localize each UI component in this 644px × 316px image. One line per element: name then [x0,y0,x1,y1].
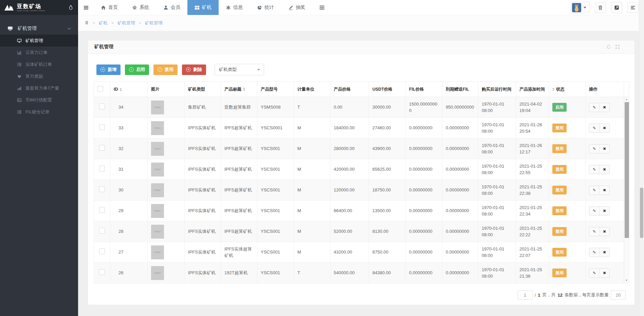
row-checkbox[interactable] [99,104,105,109]
cell-runtime: 1970-01-01 08:00 [478,221,516,242]
edit-button[interactable]: ✎ [589,207,599,215]
product-image-placeholder: 暂无图片 [151,100,164,114]
row-checkbox[interactable] [99,124,105,130]
col-header-status[interactable]: 状态 [549,82,586,97]
sort-icon[interactable] [120,88,122,91]
sort-icon[interactable] [243,88,245,91]
nav-item-messages[interactable]: 信息 [219,0,250,15]
row-delete-button[interactable]: ✖ [599,207,609,215]
table-scrollbar-thumb[interactable] [625,102,629,238]
top-navigation: 首页 系统 会员 矿机 信息 统计 抽奖 [94,0,332,15]
nav-item-members[interactable]: 会员 [156,0,187,15]
cell-image: 暂无图片 [148,118,185,138]
cell-status: 禁用 [549,180,586,201]
edit-button[interactable]: ✎ [589,103,599,112]
add-button[interactable]: + 新增 [96,64,121,75]
nav-item-apps[interactable] [312,0,332,15]
nav-item-system[interactable]: 系统 [125,0,156,15]
breadcrumb-current[interactable]: 矿机管理 [145,20,163,26]
row-delete-button[interactable]: ✖ [599,165,609,174]
delete-button-label: 删除 [193,67,202,73]
open-frontend-button[interactable] [611,2,622,13]
cell-price: 43200.00 [330,242,369,263]
nav-item-miners[interactable]: 矿机 [187,0,219,15]
sidebar-item-latest-hashrate-output[interactable]: 最新算力单T产量 [0,82,78,94]
status-badge: 禁用 [552,165,567,174]
edit-button[interactable]: ✎ [589,165,599,174]
cell-unit: T [294,97,330,118]
col-header-product-title[interactable]: 产品标题 [221,82,257,97]
row-delete-button[interactable]: ✖ [599,186,609,194]
col-header-id[interactable]: ID [110,82,148,97]
sidebar-item-fil-lock-records[interactable]: FIL锁仓记录 [0,106,78,118]
row-checkbox[interactable] [99,166,105,171]
image-placeholder-text: 暂无图片 [154,147,161,150]
sidebar-item-cloud-hashrate-orders[interactable]: 云算力订单 [0,47,78,58]
edit-button[interactable]: ✎ [589,145,599,153]
breadcrumb-separator: > [93,21,95,25]
row-checkbox[interactable] [99,248,105,254]
status-badge: 禁用 [552,248,567,257]
cell-id: 32 [110,138,148,159]
row-delete-button[interactable]: ✖ [599,248,609,257]
sort-icon[interactable] [552,88,554,91]
fullscreen-icon[interactable] [615,44,620,49]
row-checkbox[interactable] [99,145,105,151]
row-checkbox[interactable] [99,269,105,275]
page-scrollbar-thumb[interactable] [640,188,643,238]
row-checkbox[interactable] [99,228,105,234]
edit-button[interactable]: ✎ [589,124,599,132]
cell-status: 禁用 [549,138,586,159]
clear-cache-button[interactable] [595,2,606,13]
cell-checkbox [94,97,110,118]
image-placeholder-text: 暂无图片 [154,127,161,129]
row-delete-button[interactable]: ✖ [599,103,609,112]
breadcrumb-link-miner-management[interactable]: 矿机管理 [117,20,135,26]
page-scrollbar[interactable] [639,0,644,316]
pie-chart-icon [257,5,262,10]
enable-button[interactable]: ✓ 启用 [125,64,149,75]
pencil-icon: ✎ [593,125,596,131]
breadcrumb-link-miners[interactable]: 矿机 [99,20,108,26]
row-delete-button[interactable]: ✖ [599,227,609,236]
sidebar-item-coin-market-config[interactable]: 币种行情配置 [0,94,78,106]
list-icon [17,62,22,67]
disable-button[interactable]: ∕ 禁用 [153,64,178,75]
sidebar-group-mining[interactable]: 矿机管理 [0,22,78,35]
user-menu-button[interactable] [571,2,590,13]
chevron-down-icon [67,26,72,31]
edit-button[interactable]: ✎ [589,227,599,236]
cell-unit: T [294,263,330,283]
log-panel-button[interactable] [627,2,639,13]
row-delete-button[interactable]: ✖ [599,269,609,277]
nav-item-lottery[interactable]: 抽奖 [281,0,312,15]
sidebar-item-hashrate-rewards[interactable]: 算力奖励 [0,70,78,82]
miner-type-select-value: 矿机类型 [219,67,237,73]
page-size-input[interactable] [611,290,626,300]
sidebar-item-miner-management[interactable]: 矿机管理 [0,35,78,47]
row-delete-button[interactable]: ✖ [599,124,609,132]
row-checkbox[interactable] [99,207,105,213]
sidebar-toggle-button[interactable] [78,0,94,15]
edit-button[interactable]: ✎ [589,269,599,277]
pencil-icon: ✎ [593,167,596,172]
miner-type-select[interactable]: 矿机类型 [215,64,264,75]
breadcrumb-separator: > [111,21,114,25]
row-delete-button[interactable]: ✖ [599,145,609,153]
x-circle-icon: ✕ [186,67,191,72]
sidebar-item-physical-miner-orders[interactable]: 实体矿机订单 [0,58,78,70]
scroll-down-arrow[interactable]: ▼ [624,278,629,283]
nav-item-statistics[interactable]: 统计 [250,0,281,15]
row-checkbox[interactable] [99,186,105,192]
refresh-icon[interactable] [606,44,611,49]
select-all-checkbox[interactable] [97,86,103,92]
cell-id: 30 [110,180,148,201]
table-scrollbar-track[interactable]: ▲ ▼ [624,97,629,283]
delete-button[interactable]: ✕ 删除 [182,64,206,75]
page-number-input[interactable] [518,290,533,300]
scroll-up-arrow[interactable]: ▲ [624,97,629,102]
edit-button[interactable]: ✎ [589,248,599,257]
nav-item-home[interactable]: 首页 [94,0,125,15]
cell-product-title: IPFS超算矿机 [221,138,257,159]
edit-button[interactable]: ✎ [589,186,599,194]
